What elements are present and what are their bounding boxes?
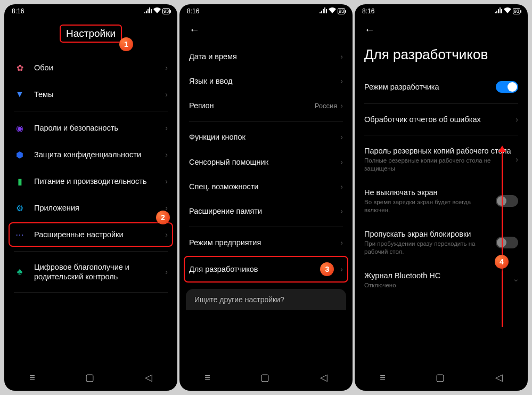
nav-menu-icon[interactable]: ≡ <box>380 372 386 383</box>
chevron-right-icon: › <box>165 63 168 72</box>
battery-icon: 93 <box>162 8 170 14</box>
item-bugreport-handler[interactable]: Обработчик отчетов об ошибках › <box>364 107 518 132</box>
chevron-right-icon: › <box>165 124 168 132</box>
settings-item-wellbeing[interactable]: ♣ Цифровое благополучие и родительский к… <box>14 255 168 289</box>
badge-4: 4 <box>495 255 509 269</box>
chevron-right-icon: › <box>340 158 343 166</box>
battery-icon: 93 <box>338 8 345 14</box>
chevron-right-icon: › <box>165 150 168 159</box>
chevron-right-icon: › <box>340 133 343 141</box>
item-language[interactable]: Язык и ввод › <box>189 69 343 93</box>
nav-back-icon[interactable]: ◁ <box>320 372 328 383</box>
flower-icon: ✿ <box>14 62 26 74</box>
phone-screen-1: 8:16 93 Настройки 1 ✿ Обои › ▼ Темы › <box>4 4 177 391</box>
chevron-right-icon: › <box>340 77 343 85</box>
item-memory-extension[interactable]: Расширение памяти › <box>189 199 343 223</box>
navbar: ≡ ▢ ◁ <box>4 365 177 391</box>
chevron-right-icon: › <box>340 238 343 247</box>
item-button-functions[interactable]: Функции кнопок › <box>189 125 343 149</box>
badge-1: 1 <box>119 37 133 51</box>
navbar: ≡ ▢ ◁ <box>355 365 528 391</box>
item-stay-awake[interactable]: Не выключать экран Во время зарядки экра… <box>364 180 518 222</box>
navbar: ≡ ▢ ◁ <box>179 365 353 391</box>
toggle-skip-lockscreen[interactable] <box>496 237 518 248</box>
page-title: Настройки <box>66 28 116 39</box>
chevron-right-icon: › <box>165 268 168 276</box>
item-developer-mode[interactable]: Режим разработчика <box>364 74 518 100</box>
chevron-right-icon: › <box>165 177 168 186</box>
settings-item-battery[interactable]: ▮ Питание и производительность › <box>14 168 168 195</box>
wifi-icon <box>504 7 511 15</box>
settings-item-wallpaper[interactable]: ✿ Обои › <box>14 54 168 81</box>
clock: 8:16 <box>187 7 199 15</box>
settings-item-passwords[interactable]: ◉ Пароли и безопасность › <box>14 115 168 141</box>
item-region[interactable]: Регион Россия › <box>189 93 343 118</box>
nav-menu-icon[interactable]: ≡ <box>204 372 210 383</box>
chevron-right-icon: › <box>515 155 518 164</box>
settings-item-advanced[interactable]: ⋯ Расширенные настройки › <box>14 221 168 248</box>
nav-home-icon[interactable]: ▢ <box>85 372 94 383</box>
chevron-right-icon: › <box>165 230 168 239</box>
signal-icon <box>495 7 502 15</box>
nav-home-icon[interactable]: ▢ <box>260 372 269 383</box>
fingerprint-icon: ◉ <box>14 122 26 134</box>
statusbar: 8:16 93 <box>4 4 177 17</box>
chevron-right-icon: › <box>340 52 343 61</box>
settings-item-privacy[interactable]: ⬢ Защита конфиденциальности › <box>14 141 168 168</box>
chevron-right-icon: › <box>340 182 343 191</box>
item-date-time[interactable]: Дата и время › <box>189 44 343 69</box>
nav-back-icon[interactable]: ◁ <box>145 372 152 383</box>
chevron-right-icon: › <box>515 115 518 124</box>
settings-item-apps[interactable]: ⚙ Приложения › <box>14 195 168 221</box>
person-icon: ♣ <box>14 266 26 278</box>
wifi-icon <box>153 7 161 15</box>
toggle-stay-awake[interactable] <box>496 195 518 207</box>
brush-icon: ▼ <box>14 88 26 100</box>
page-title-highlight: Настройки <box>60 25 122 43</box>
gear-icon: ⚙ <box>14 202 26 214</box>
item-bt-hci-log[interactable]: Журнал Bluetooth HC Отключено › <box>364 263 518 297</box>
badge-3: 3 <box>320 262 334 276</box>
toggle-developer-mode[interactable] <box>496 81 518 93</box>
dots-icon: ⋯ <box>14 229 26 240</box>
chevron-right-icon: › <box>340 265 343 273</box>
page-title: Для разработчиков <box>364 46 488 62</box>
phone-screen-3: 8:16 93 ← Для разработчиков Режим разраб… <box>355 4 528 391</box>
phone-screen-2: 8:16 93 ← Дата и время › Язык и ввод › Р… <box>179 4 353 391</box>
item-touch-assistant[interactable]: Сенсорный помощник › <box>189 150 343 174</box>
nav-back-icon[interactable]: ◁ <box>495 372 503 383</box>
chevron-right-icon: › <box>340 101 343 110</box>
badge-2: 2 <box>156 211 170 224</box>
nav-home-icon[interactable]: ▢ <box>436 372 445 383</box>
back-button[interactable]: ← <box>364 17 375 38</box>
item-skip-lockscreen[interactable]: Пропускать экран блокировки При пробужде… <box>364 222 518 263</box>
nav-menu-icon[interactable]: ≡ <box>29 372 35 383</box>
battery-item-icon: ▮ <box>14 175 26 187</box>
chevron-right-icon: › <box>165 90 168 99</box>
item-developer-options[interactable]: Для разработчиков 3 › <box>189 255 343 284</box>
search-other-settings[interactable]: Ищите другие настройки? <box>186 289 346 310</box>
signal-icon <box>320 7 327 15</box>
annotation-arrow-up <box>502 151 503 327</box>
settings-item-themes[interactable]: ▼ Темы › <box>14 81 168 108</box>
item-enterprise-mode[interactable]: Режим предприятия › <box>189 230 343 255</box>
item-backup-password[interactable]: Пароль резервных копий рабочего стола По… <box>364 139 518 180</box>
clock: 8:16 <box>12 7 24 15</box>
chevron-expand-icon: › <box>513 279 521 281</box>
shield-icon: ⬢ <box>14 149 26 160</box>
wifi-icon <box>329 7 336 15</box>
chevron-right-icon: › <box>340 207 343 215</box>
battery-icon: 93 <box>513 8 520 14</box>
item-accessibility[interactable]: Спец. возможности › <box>189 174 343 199</box>
statusbar: 8:16 93 <box>179 4 353 17</box>
statusbar: 8:16 93 <box>355 4 528 17</box>
signal-icon <box>144 7 152 15</box>
back-button[interactable]: ← <box>189 17 200 38</box>
clock: 8:16 <box>362 7 374 15</box>
